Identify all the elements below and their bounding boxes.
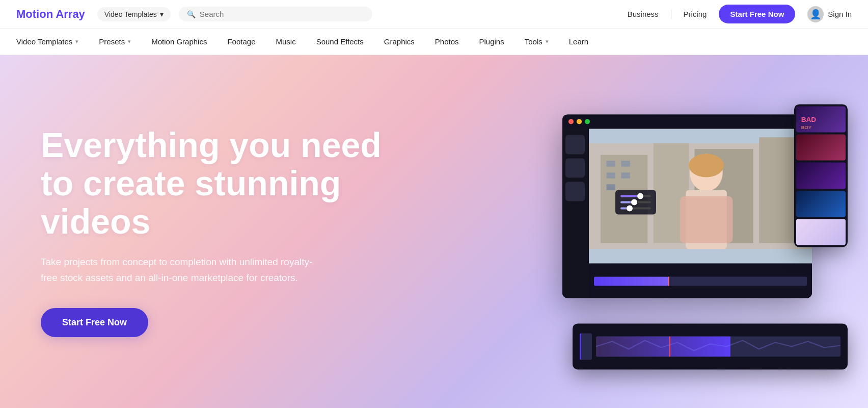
thumbnail-4	[796, 191, 846, 217]
nav-item-learn[interactable]: Learn	[559, 29, 599, 55]
slider-row-3	[620, 207, 651, 209]
thumbnail-5	[796, 219, 846, 245]
svg-text:BAD: BAD	[801, 116, 817, 123]
nav-label-tools: Tools	[525, 37, 542, 46]
chevron-down-icon: ▾	[546, 38, 549, 45]
timeline-block-indicator	[580, 333, 592, 360]
thumbnail-2	[796, 135, 846, 161]
logo[interactable]: Motion Array	[16, 8, 85, 21]
user-avatar-icon: 👤	[807, 6, 824, 22]
hero-cta-button[interactable]: Start Free Now	[41, 308, 148, 337]
sidebar-tool-1	[565, 135, 585, 154]
search-bar: 🔍	[179, 7, 372, 21]
nav-label-plugins: Plugins	[479, 37, 504, 46]
top-nav-links: Business Pricing Start Free Now 👤 Sign I…	[628, 5, 852, 23]
sign-in-area[interactable]: 👤 Sign In	[807, 6, 852, 22]
svg-rect-9	[621, 172, 630, 178]
svg-text:BOY: BOY	[801, 124, 812, 130]
sidebar-tool-2	[565, 158, 585, 177]
thumbnail-3	[796, 163, 846, 189]
nav-label-sound-effects: Sound Effects	[316, 37, 364, 46]
nav-item-plugins[interactable]: Plugins	[469, 29, 514, 55]
nav-item-motion-graphics[interactable]: Motion Graphics	[141, 29, 217, 55]
chevron-down-icon: ▾	[128, 38, 131, 45]
window-close-dot	[568, 119, 574, 124]
hero-section: Everything you need to create stunning v…	[0, 55, 868, 408]
start-free-top-button[interactable]: Start Free Now	[719, 5, 795, 23]
timeline-main-track	[596, 336, 840, 356]
nav-label-motion-graphics: Motion Graphics	[151, 37, 207, 46]
slider-track-2	[620, 201, 651, 203]
timeline-fill-1	[594, 276, 668, 286]
slider-thumb-2	[631, 199, 637, 205]
editor-titlebar	[562, 114, 812, 129]
nav-item-graphics[interactable]: Graphics	[374, 29, 425, 55]
nav-divider	[671, 9, 671, 19]
nav-label-graphics: Graphics	[384, 37, 415, 46]
nav-label-music: Music	[276, 37, 295, 46]
slider-row-2	[620, 201, 651, 203]
nav-label-video-templates: Video Templates	[16, 37, 72, 46]
nav-item-video-templates[interactable]: Video Templates ▾	[16, 29, 89, 55]
hero-content: Everything you need to create stunning v…	[41, 126, 387, 337]
timeline-playhead	[668, 276, 669, 286]
secondary-nav: Video Templates ▾ Presets ▾ Motion Graph…	[0, 29, 868, 55]
nav-label-presets: Presets	[99, 37, 125, 46]
nav-item-footage[interactable]: Footage	[217, 29, 265, 55]
hero-subtext: Take projects from concept to completion…	[41, 254, 326, 286]
svg-rect-8	[607, 172, 615, 178]
editor-window	[562, 114, 812, 298]
sidebar-tool-3	[565, 182, 585, 201]
slider-track-1	[620, 195, 651, 197]
search-input[interactable]	[200, 10, 342, 18]
svg-rect-14	[680, 196, 733, 243]
video-templates-dropdown[interactable]: Video Templates ▾	[97, 7, 171, 21]
nav-item-sound-effects[interactable]: Sound Effects	[306, 29, 374, 55]
window-minimize-dot	[577, 119, 582, 124]
top-nav: Motion Array Video Templates ▾ 🔍 Busines…	[0, 0, 868, 29]
editor-body	[562, 129, 812, 298]
nav-item-tools[interactable]: Tools ▾	[514, 29, 559, 55]
pricing-link[interactable]: Pricing	[684, 10, 707, 18]
editor-timeline	[589, 263, 812, 298]
nav-label-learn: Learn	[569, 37, 588, 46]
nav-item-presets[interactable]: Presets ▾	[89, 29, 141, 55]
timeline-bottom-bar	[573, 323, 848, 369]
hero-heading: Everything you need to create stunning v…	[41, 126, 387, 240]
thumbnail-1: BADBOY	[796, 106, 846, 132]
slider-track-3	[620, 207, 651, 209]
nav-item-photos[interactable]: Photos	[425, 29, 469, 55]
chevron-down-icon: ▾	[160, 10, 164, 18]
hero-illustration: BADBOY	[562, 104, 848, 369]
search-icon: 🔍	[187, 10, 196, 18]
slider-thumb-3	[627, 205, 633, 211]
chevron-down-icon: ▾	[75, 38, 78, 45]
slider-thumb-1	[637, 193, 643, 199]
business-link[interactable]: Business	[628, 10, 659, 18]
nav-label-photos: Photos	[435, 37, 459, 46]
svg-rect-6	[607, 161, 615, 167]
editor-sidebar	[562, 129, 589, 298]
svg-point-13	[689, 154, 724, 177]
editor-main	[589, 129, 812, 298]
thumbnails-panel: BADBOY	[794, 104, 848, 247]
sign-in-label: Sign In	[828, 10, 852, 18]
svg-rect-10	[607, 184, 615, 190]
window-maximize-dot	[585, 119, 590, 124]
editor-preview	[589, 129, 812, 263]
svg-rect-7	[621, 161, 630, 167]
nav-label-footage: Footage	[227, 37, 255, 46]
nav-item-music[interactable]: Music	[265, 29, 306, 55]
slider-row-1	[620, 195, 651, 197]
timeline-track-1	[594, 276, 807, 286]
controls-panel	[615, 190, 656, 214]
video-templates-label: Video Templates	[104, 10, 157, 18]
